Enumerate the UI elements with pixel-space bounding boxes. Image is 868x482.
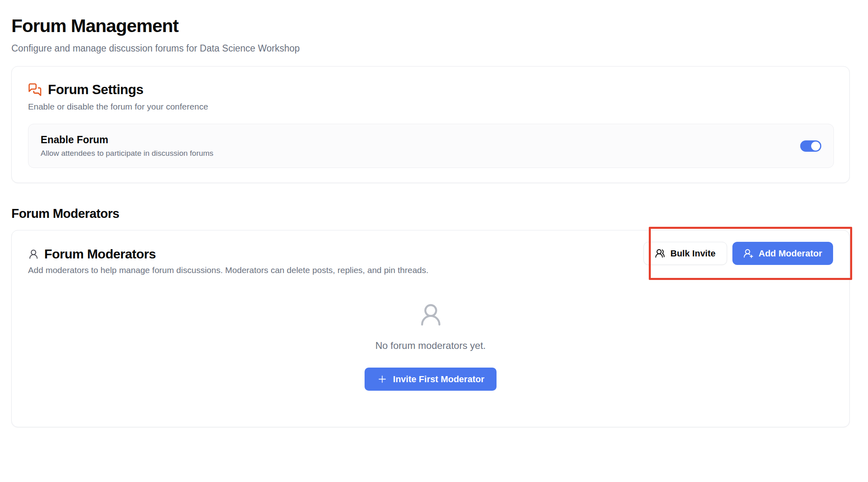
enable-forum-label: Enable Forum: [41, 134, 214, 146]
users-icon: [655, 248, 665, 258]
moderators-card-header: Forum Moderators Add moderators to help …: [28, 247, 833, 275]
moderators-section-heading: Forum Moderators: [11, 207, 850, 221]
page-title: Forum Management: [11, 15, 850, 37]
enable-forum-row: Enable Forum Allow attendees to particip…: [28, 124, 834, 168]
invite-first-moderator-label: Invite First Moderator: [393, 374, 484, 385]
bulk-invite-label: Bulk Invite: [670, 248, 715, 259]
forum-settings-title: Forum Settings: [48, 82, 143, 97]
forum-settings-card: Forum Settings Enable or disable the for…: [11, 66, 850, 183]
moderators-card-title: Forum Moderators: [44, 247, 156, 262]
page-subtitle: Configure and manage discussion forums f…: [11, 43, 850, 54]
add-moderator-button[interactable]: Add Moderator: [732, 242, 833, 265]
bulk-invite-button[interactable]: Bulk Invite: [643, 242, 727, 265]
forum-moderators-card: Forum Moderators Add moderators to help …: [11, 230, 850, 427]
forum-management-page: { "page": { "title": "Forum Management",…: [0, 0, 868, 482]
add-moderator-label: Add Moderator: [759, 248, 822, 259]
moderators-header-text: Forum Moderators Add moderators to help …: [28, 247, 428, 275]
enable-forum-description: Allow attendees to participate in discus…: [41, 149, 214, 158]
messages-square-icon: [28, 83, 42, 97]
page-content: Forum Management Configure and manage di…: [0, 0, 868, 427]
invite-first-moderator-button[interactable]: Invite First Moderator: [365, 368, 497, 391]
moderators-card-description: Add moderators to help manage forum disc…: [28, 265, 428, 275]
empty-state: No forum moderators yet. Invite First Mo…: [28, 302, 833, 391]
plus-icon: [377, 374, 388, 385]
user-plus-icon: [743, 248, 754, 258]
forum-settings-subtitle: Enable or disable the forum for your con…: [28, 102, 834, 112]
forum-settings-header: Forum Settings: [28, 82, 834, 97]
moderators-actions: Bulk Invite Add Moderator: [643, 242, 833, 265]
enable-forum-text: Enable Forum Allow attendees to particip…: [41, 134, 214, 158]
user-icon-large: [418, 302, 444, 328]
enable-forum-toggle[interactable]: [800, 140, 821, 152]
toggle-knob: [811, 142, 820, 151]
user-icon: [28, 249, 39, 260]
empty-state-message: No forum moderators yet.: [375, 340, 486, 351]
